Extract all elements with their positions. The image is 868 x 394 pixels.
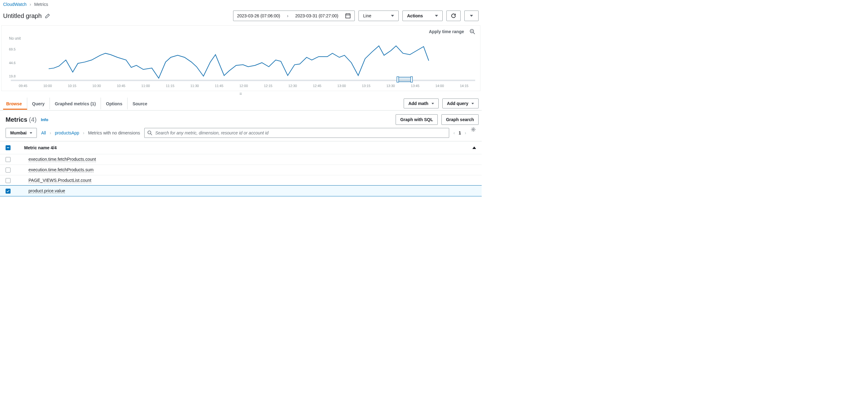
svg-rect-10: [410, 77, 412, 82]
x-tick: 12:00: [231, 84, 256, 88]
svg-line-5: [473, 32, 475, 34]
col-header-metric-name[interactable]: Metric name 4/4: [16, 145, 57, 150]
graph-with-sql-button[interactable]: Graph with SQL: [396, 114, 438, 125]
x-tick: 13:45: [403, 84, 428, 88]
chart-head: Apply time range: [2, 26, 480, 36]
breadcrumb-root[interactable]: CloudWatch: [3, 2, 27, 7]
tab-graphed-metrics[interactable]: Graphed metrics (1): [50, 97, 101, 109]
path-all[interactable]: All: [41, 130, 46, 135]
metrics-count: (4): [29, 116, 36, 123]
tab-options[interactable]: Options: [101, 97, 127, 109]
x-tick: 12:15: [256, 84, 280, 88]
metric-name[interactable]: execution.time.fetchProducts.count: [29, 157, 96, 162]
select-all-checkbox[interactable]: [6, 145, 10, 150]
tab-source[interactable]: Source: [127, 97, 152, 109]
y-tick-1: 44.6: [9, 61, 16, 65]
chart-type-value: Line: [363, 13, 371, 18]
caret-down-icon: [391, 15, 394, 17]
row-checkbox[interactable]: [6, 168, 10, 173]
svg-point-13: [473, 129, 474, 130]
svg-rect-0: [346, 14, 350, 18]
actions-label: Actions: [407, 13, 423, 18]
split-handle[interactable]: =: [0, 91, 482, 97]
chevron-right-icon: ›: [287, 13, 288, 18]
add-query-label: Add query: [447, 101, 468, 106]
svg-line-12: [151, 134, 152, 135]
actions-button[interactable]: Actions: [402, 10, 443, 21]
region-value: Mumbai: [10, 130, 27, 135]
refresh-options-button[interactable]: [464, 10, 478, 21]
metric-breadcrumb: All › productsApp › Metrics with no dime…: [41, 130, 140, 135]
x-tick: 13:00: [329, 84, 354, 88]
x-tick: 09:45: [11, 84, 35, 88]
page-number: 1: [459, 130, 461, 135]
refresh-button[interactable]: [446, 10, 461, 21]
add-query-button[interactable]: Add query: [442, 98, 478, 109]
graph-title-text: Untitled graph: [3, 12, 42, 20]
edit-icon[interactable]: [45, 13, 51, 19]
gear-icon[interactable]: [470, 127, 476, 132]
time-range-picker[interactable]: 2023-03-26 (07:06:00) › 2023-03-31 (07:2…: [233, 10, 355, 21]
chart-body[interactable]: No unit 69.5 44.6 19.8: [2, 36, 480, 83]
table-row[interactable]: product.price.value: [0, 185, 482, 196]
metric-search-input[interactable]: [144, 128, 449, 138]
svg-rect-9: [397, 77, 399, 82]
chart-svg: [11, 36, 475, 83]
tabs: Browse Query Graphed metrics (1) Options…: [3, 97, 152, 109]
info-link[interactable]: Info: [41, 117, 48, 122]
metric-name[interactable]: product.price.value: [29, 188, 65, 193]
breadcrumb-current: Metrics: [34, 2, 48, 7]
time-range-from: 2023-03-26 (07:06:00): [237, 13, 280, 18]
path-namespace[interactable]: productsApp: [55, 130, 79, 135]
x-tick: 10:00: [35, 84, 60, 88]
region-select[interactable]: Mumbai: [6, 128, 37, 138]
x-tick: 11:00: [133, 84, 158, 88]
x-tick: 11:45: [207, 84, 231, 88]
x-tick: 14:15: [452, 84, 476, 88]
graph-search-button[interactable]: Graph search: [441, 114, 478, 125]
x-tick: 13:30: [378, 84, 403, 88]
tab-browse[interactable]: Browse: [3, 97, 27, 110]
row-checkbox[interactable]: [6, 157, 10, 162]
metric-search[interactable]: [144, 128, 449, 138]
svg-rect-8: [398, 77, 411, 82]
tabs-row: Browse Query Graphed metrics (1) Options…: [0, 97, 482, 111]
x-tick: 12:45: [305, 84, 329, 88]
apply-time-range-button[interactable]: Apply time range: [429, 29, 464, 34]
caret-down-icon: [30, 132, 32, 134]
table-row[interactable]: execution.time.fetchProducts.count: [0, 154, 482, 164]
x-axis: 09:4510:0010:1510:3010:4511:0011:1511:30…: [2, 83, 480, 91]
row-checkbox[interactable]: [6, 189, 10, 193]
time-range-to: 2023-03-31 (07:27:00): [295, 13, 338, 18]
chevron-right-icon: ›: [83, 130, 85, 135]
sort-asc-icon[interactable]: [472, 147, 476, 149]
x-tick: 11:15: [158, 84, 182, 88]
chart-type-select[interactable]: Line: [359, 10, 399, 21]
table-row[interactable]: execution.time.fetchProducts.sum: [0, 164, 482, 175]
metrics-heading: Metrics (4): [6, 116, 36, 123]
metrics-heading-text: Metrics: [6, 116, 27, 123]
chevron-right-icon: ›: [30, 2, 31, 7]
prev-page-button[interactable]: ‹: [454, 130, 455, 135]
pager: ‹ 1 ›: [454, 130, 466, 135]
table-row[interactable]: PAGE_VIEWS.ProductList.count: [0, 175, 482, 185]
x-tick: 13:15: [354, 84, 378, 88]
zoom-out-icon[interactable]: [470, 29, 475, 34]
caret-down-icon: [432, 103, 434, 104]
x-tick: 14:00: [428, 84, 452, 88]
x-tick: 10:45: [109, 84, 133, 88]
metric-name[interactable]: execution.time.fetchProducts.sum: [29, 167, 93, 173]
caret-down-icon: [435, 15, 438, 17]
next-page-button[interactable]: ›: [465, 130, 466, 135]
row-checkbox[interactable]: [6, 178, 10, 183]
y-tick-2: 69.5: [9, 48, 16, 51]
add-math-button[interactable]: Add math: [404, 98, 439, 109]
svg-point-11: [148, 131, 151, 134]
metric-name[interactable]: PAGE_VIEWS.ProductList.count: [29, 178, 91, 183]
calendar-icon: [345, 13, 351, 19]
chevron-right-icon: ›: [50, 130, 51, 135]
chart-panel: Apply time range No unit 69.5 44.6 19.8 …: [1, 25, 480, 91]
metrics-head: Metrics (4) Info Graph with SQL Graph se…: [0, 111, 482, 128]
tab-query[interactable]: Query: [27, 97, 50, 109]
page-title: Untitled graph: [3, 12, 51, 20]
